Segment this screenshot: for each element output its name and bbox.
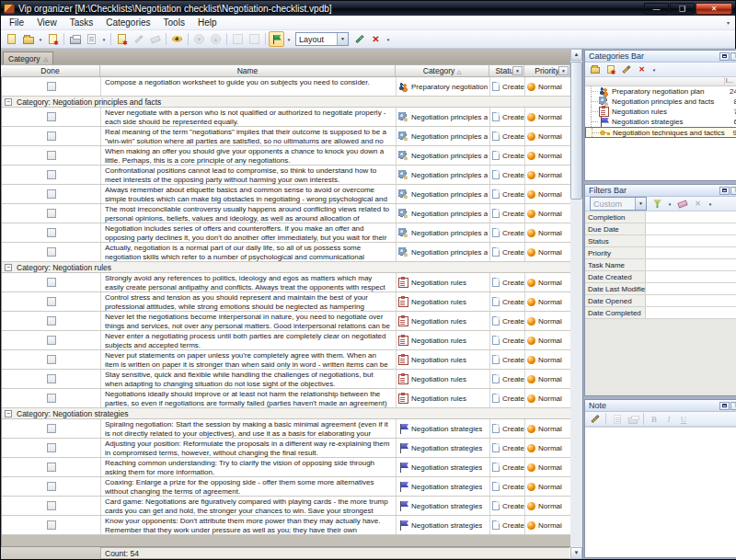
add-task-icon[interactable] [114,31,130,47]
edit-category-icon[interactable] [619,62,633,77]
expand-all-icon[interactable] [230,31,246,47]
scroll-down-icon[interactable]: ▼ [570,547,582,559]
filter-value-field[interactable] [646,271,736,282]
delete-layout-icon[interactable]: ✕ [368,31,384,47]
column-header-name[interactable]: Name [100,65,396,76]
done-checkbox[interactable] [47,189,56,199]
done-checkbox[interactable] [47,247,56,257]
table-row[interactable]: Never negotiate with a person who is not… [2,108,570,127]
column-header-category[interactable]: Category △ [396,65,489,76]
table-row[interactable]: Know your opponents: Don't attribute the… [2,516,570,535]
filter-value-field[interactable] [646,247,736,258]
group-row[interactable]: −Category: Negotiation rules [2,262,570,273]
done-checkbox[interactable] [47,228,56,237]
print-icon[interactable] [67,31,83,47]
panel-restore-icon[interactable] [719,402,730,410]
column-header-priority[interactable]: Priority ▼ [524,65,569,76]
filter-value-field[interactable] [646,295,736,306]
move-up-icon[interactable]: ▲ [208,31,224,47]
panel-restore-icon[interactable] [719,187,730,195]
menubar-overflow-icon[interactable]: ▾ [727,19,733,26]
add-category-icon[interactable] [588,62,602,77]
scrollbar-thumb[interactable] [570,62,582,200]
italic-icon[interactable]: I [662,411,675,427]
done-checkbox[interactable] [47,316,56,326]
collapse-group-icon[interactable]: − [5,410,12,417]
table-row[interactable]: Adjusting your position: Reformulate the… [2,439,570,458]
layout-dropdown-icon[interactable]: ▾ [285,37,293,42]
new-icon[interactable] [4,31,19,47]
filter-preset-combobox[interactable]: Custom ▼ [590,197,647,211]
panel-pin-icon[interactable]: ⊤ [730,52,736,61]
print-preview-icon[interactable] [84,31,99,47]
delete-task-icon[interactable] [147,31,163,47]
print-dropdown-icon[interactable]: ▾ [100,37,108,42]
done-checkbox[interactable] [47,151,56,160]
table-row[interactable]: Stay sensitive, quick and flexible while… [2,370,570,389]
done-checkbox[interactable] [47,374,56,383]
panel-pin-icon[interactable]: ⊤ [730,402,736,410]
open-dropdown-icon[interactable]: ▾ [37,37,44,42]
table-vertical-scrollbar[interactable]: ▲ ▼ [570,49,582,559]
done-checkbox[interactable] [47,424,56,433]
collapse-group-icon[interactable]: − [5,264,12,271]
edit-task-icon[interactable] [131,31,146,47]
done-checkbox[interactable] [47,82,56,91]
save-icon[interactable] [45,31,61,47]
group-by-tab-category[interactable]: Category △ [3,51,53,64]
done-checkbox[interactable] [47,394,56,403]
filter-preset-arrow-icon[interactable]: ▼ [635,198,646,210]
apply-filter-icon[interactable] [650,196,664,211]
table-row[interactable]: The most irreconcilable controversy usua… [2,204,570,223]
scrollbar-track[interactable] [570,200,582,547]
status-filter-dropdown-icon[interactable]: ▼ [512,66,523,75]
filter-value-field[interactable] [646,283,736,294]
move-down-icon[interactable]: ▼ [191,31,207,47]
table-row[interactable]: Strongly avoid any references to politic… [2,273,570,292]
table-row[interactable]: Never put statements on paper unless you… [2,350,570,370]
save-note-icon[interactable] [610,411,624,427]
done-checkbox[interactable] [47,501,56,510]
view-task-icon[interactable] [169,31,185,47]
collapse-group-icon[interactable]: − [5,98,12,106]
menu-help[interactable]: Help [191,17,224,29]
priority-filter-dropdown-icon[interactable]: ▼ [558,66,569,75]
done-checkbox[interactable] [47,443,56,452]
category-tree-item[interactable]: Preparatory negotiation plan2424 [585,86,736,97]
filter-value-field[interactable] [646,235,736,246]
filters-toolbar-overflow-icon[interactable]: ▾ [707,201,714,207]
table-row[interactable]: Card game: Negotiations are figuratively… [2,497,570,516]
filter-value-field[interactable] [646,223,736,234]
maximize-button[interactable]: ❑ [670,3,695,15]
done-checkbox[interactable] [47,297,56,306]
column-header-done[interactable]: Done [1,65,100,76]
done-checkbox[interactable] [47,463,56,472]
group-row[interactable]: −Category: Negotiation principles and fa… [2,97,570,108]
table-row[interactable]: Spiraling negotiation: Start the session… [2,419,570,439]
close-button[interactable]: ✕ [696,3,732,15]
table-row[interactable]: When making an offer you should give you… [2,146,570,166]
done-checkbox[interactable] [47,131,56,141]
done-checkbox[interactable] [47,520,56,530]
underline-icon[interactable]: U [677,411,690,427]
table-row[interactable]: Never enter a negotiating process until … [2,331,570,350]
open-icon[interactable] [20,31,36,47]
done-checkbox[interactable] [47,170,56,179]
toolbar-overflow-icon[interactable]: ▾ [385,37,392,42]
layout-combobox[interactable]: Layout ▼ [295,32,349,46]
remove-filter-icon[interactable]: ✕ [691,196,705,211]
layout-flag-icon[interactable] [269,31,284,47]
menu-view[interactable]: View [30,17,63,29]
done-checkbox[interactable] [47,209,56,218]
tree-column-1[interactable]: I... [724,77,736,86]
done-checkbox[interactable] [47,355,56,364]
print-note-icon[interactable] [626,411,639,427]
category-tree-item[interactable]: Negotiation strategies66 [585,117,736,127]
clear-filter-icon[interactable] [675,196,689,211]
filter-dropdown-icon[interactable]: ▾ [666,201,673,207]
edit-note-icon[interactable] [588,411,602,427]
filter-value-field[interactable] [646,211,736,223]
panel-pin-icon[interactable]: ⊤ [730,187,736,195]
scroll-up-icon[interactable]: ▲ [570,49,582,61]
table-row[interactable]: Coaxing: Enlarge a prize for the opposin… [2,477,570,497]
